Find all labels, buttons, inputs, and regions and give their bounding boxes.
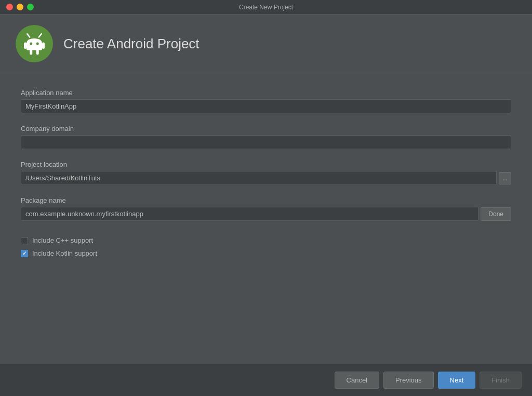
app-name-input[interactable] [21, 99, 511, 113]
svg-point-3 [30, 43, 32, 45]
window-controls [6, 4, 34, 10]
cpp-support-checkbox[interactable] [21, 237, 28, 244]
svg-rect-6 [42, 43, 45, 49]
project-location-input[interactable] [21, 171, 497, 185]
kotlin-support-checkbox-row[interactable]: Include Kotlin support [21, 249, 511, 257]
close-button[interactable] [6, 4, 13, 10]
package-name-row: Done [21, 207, 511, 221]
app-name-label: Application name [21, 89, 511, 97]
browse-button[interactable]: ... [499, 172, 511, 184]
package-name-input[interactable] [21, 207, 478, 221]
done-button[interactable]: Done [481, 207, 511, 221]
android-studio-logo [16, 25, 53, 62]
svg-rect-8 [36, 49, 39, 55]
window-title: Create New Project [239, 4, 293, 11]
form-content: Application name Company domain Project … [0, 73, 532, 364]
dialog-footer: Cancel Previous Next Finish [0, 364, 532, 396]
app-name-field-group: Application name [21, 89, 511, 113]
kotlin-support-label: Include Kotlin support [32, 249, 97, 257]
dialog-header: Create Android Project [0, 15, 532, 73]
next-button[interactable]: Next [438, 372, 476, 389]
cpp-support-label: Include C++ support [32, 236, 93, 244]
checkboxes-group: Include C++ support Include Kotlin suppo… [21, 236, 511, 257]
minimize-button[interactable] [17, 4, 23, 10]
previous-button[interactable]: Previous [383, 372, 434, 389]
svg-point-4 [36, 43, 39, 45]
svg-line-1 [27, 34, 30, 37]
package-name-field-group: Package name Done [21, 196, 511, 221]
company-domain-field-group: Company domain [21, 125, 511, 149]
maximize-button[interactable] [27, 4, 34, 10]
project-location-field-group: Project location ... [21, 161, 511, 185]
svg-rect-7 [30, 49, 32, 55]
svg-line-2 [39, 34, 42, 37]
svg-rect-5 [24, 43, 26, 49]
main-window: Create New Project [0, 0, 532, 396]
android-logo-icon [21, 31, 47, 57]
title-bar: Create New Project [0, 0, 532, 15]
project-location-label: Project location [21, 161, 511, 168]
dialog-title: Create Android Project [63, 36, 200, 52]
company-domain-label: Company domain [21, 125, 511, 133]
project-location-row: ... [21, 171, 511, 185]
package-name-label: Package name [21, 196, 511, 204]
finish-button[interactable]: Finish [480, 372, 522, 389]
company-domain-input[interactable] [21, 135, 511, 149]
kotlin-support-checkbox[interactable] [21, 250, 28, 257]
cpp-support-checkbox-row[interactable]: Include C++ support [21, 236, 511, 244]
cancel-button[interactable]: Cancel [335, 372, 379, 389]
